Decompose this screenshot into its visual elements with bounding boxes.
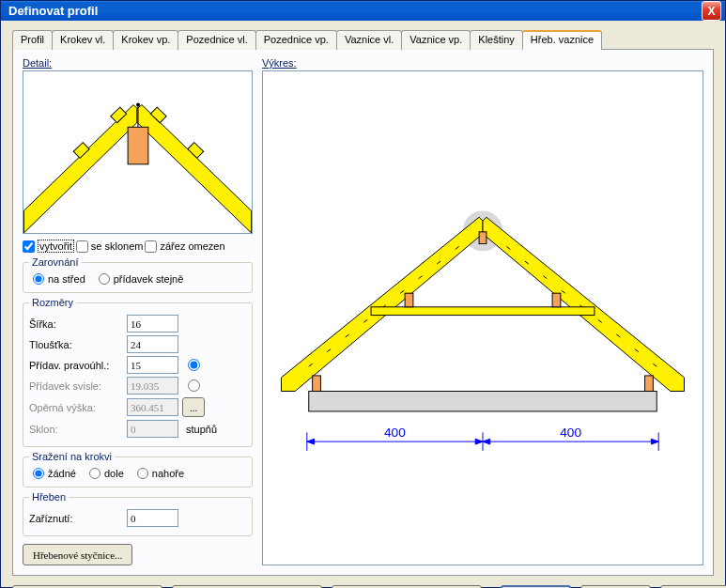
client-area: Profil Krokev vl. Krokev vp. Pozednice v… (1, 21, 725, 588)
tab-page: Detail: (12, 49, 714, 576)
svg-marker-1 (23, 105, 137, 233)
dialog-window: Definovat profil X Profil Krokev vl. Kro… (0, 0, 726, 588)
dim-right-text: 400 (560, 426, 581, 440)
group-chamfer: Sražení na krokvi žádné dole nahoře (23, 451, 253, 487)
titlebar: Definovat profil X (1, 1, 725, 21)
dim-left-text: 400 (384, 426, 406, 440)
svg-marker-45 (651, 439, 658, 444)
support-height-input (127, 398, 178, 416)
radio-align-center-input[interactable] (33, 273, 44, 285)
check-create[interactable]: vytvořit (23, 240, 74, 253)
svg-rect-34 (405, 293, 413, 307)
drawing-svg: 400 400 (263, 71, 703, 565)
radio-chamfer-none-label: žádné (48, 468, 76, 479)
svg-marker-12 (282, 217, 484, 391)
radio-chamfer-top[interactable]: nahoře (137, 468, 184, 479)
group-dimensions: Rozměry Šířka: Tloušťka: Přídav. pravoúh… (23, 297, 253, 447)
thickness-label: Tloušťka: (29, 339, 123, 350)
radio-chamfer-bottom[interactable]: dole (89, 468, 124, 479)
svg-rect-10 (309, 392, 657, 411)
radio-chamfer-top-input[interactable] (137, 468, 148, 479)
add-vert-label: Přídavek svisle: (29, 380, 123, 392)
add-perp-label: Přídav. pravoúhl.: (29, 360, 123, 371)
group-alignment: Zarovnání na střed přídavek stejně (23, 256, 253, 293)
svg-marker-42 (307, 439, 315, 444)
window-title: Definovat profil (8, 4, 98, 18)
ridge-cut-input[interactable] (127, 509, 178, 527)
check-notchlimit-box[interactable] (145, 240, 157, 253)
group-alignment-legend: Zarovnání (29, 256, 82, 268)
slope-unit: stupňů (186, 424, 217, 435)
tab-vaznice-vp[interactable]: Vaznice vp. (401, 30, 471, 50)
detail-drawing (23, 71, 252, 233)
check-withslope-box[interactable] (76, 240, 88, 253)
svg-marker-2 (137, 105, 252, 233)
radio-chamfer-bottom-input[interactable] (89, 468, 100, 479)
right-column: Výkres: (262, 57, 703, 565)
width-input[interactable] (127, 315, 178, 333)
radio-align-even[interactable]: přídavek stejně (99, 273, 184, 285)
svg-rect-7 (128, 127, 148, 164)
radio-align-even-label: přídavek stejně (114, 273, 184, 285)
svg-rect-37 (645, 376, 654, 392)
check-create-box[interactable] (23, 240, 35, 253)
svg-rect-35 (552, 293, 561, 307)
radio-chamfer-none-input[interactable] (33, 468, 44, 479)
tab-pozednice-vp[interactable]: Pozednice vp. (255, 30, 337, 50)
left-column: Detail: (23, 57, 253, 565)
drawing-canvas: 400 400 (262, 70, 703, 565)
ridge-joints-button[interactable]: Hřebenové styčnice... (23, 544, 132, 565)
svg-rect-32 (371, 307, 595, 316)
radio-align-center-label: na střed (48, 273, 85, 285)
tab-vaznice-vl[interactable]: Vaznice vl. (336, 30, 402, 50)
slope-input (127, 420, 178, 438)
add-perp-input[interactable] (127, 356, 178, 374)
detail-label: Detail: (23, 57, 253, 69)
check-create-label: vytvořit (38, 240, 74, 253)
tab-pozednice-vl[interactable]: Pozednice vl. (178, 30, 255, 50)
close-button[interactable]: X (702, 1, 721, 21)
group-ridge-legend: Hřeben (29, 491, 69, 503)
add-vert-input (127, 377, 178, 395)
tab-krokev-vp[interactable]: Krokev vp. (113, 30, 178, 50)
check-notchlimit-label: zářez omezen (160, 240, 224, 252)
svg-rect-33 (479, 232, 487, 244)
tab-hreb-vaznice[interactable]: Hřeb. vaznice (522, 30, 602, 50)
radio-chamfer-none[interactable]: žádné (33, 468, 76, 479)
check-withslope-label: se sklonem (91, 240, 144, 252)
radio-align-center[interactable]: na střed (33, 273, 85, 285)
radio-chamfer-bottom-label: dole (104, 468, 124, 479)
group-ridge: Hřeben Zaříznutí: (23, 491, 253, 536)
tab-krokev-vl[interactable]: Krokev vl. (52, 30, 114, 50)
check-row: vytvořit se sklonem zářez omezen (23, 240, 253, 253)
drawing-label: Výkres: (262, 57, 703, 69)
detail-canvas (23, 70, 253, 234)
add-perp-radio[interactable] (188, 359, 200, 371)
tab-klestiny[interactable]: Kleštiny (470, 30, 523, 50)
svg-marker-44 (483, 439, 490, 444)
group-dimensions-legend: Rozměry (29, 297, 76, 308)
group-chamfer-legend: Sražení na krokvi (29, 451, 115, 462)
ridge-cut-label: Zaříznutí: (29, 513, 123, 524)
support-height-label: Opěrná výška: (29, 402, 123, 413)
svg-marker-13 (483, 217, 685, 391)
radio-chamfer-top-label: nahoře (152, 468, 184, 479)
radio-align-even-input[interactable] (99, 273, 110, 285)
check-notchlimit[interactable]: zářez omezen (145, 240, 224, 253)
check-withslope[interactable]: se sklonem (76, 240, 144, 253)
add-vert-radio[interactable] (188, 379, 200, 392)
svg-rect-36 (313, 376, 321, 392)
close-icon: X (707, 5, 715, 18)
thickness-input[interactable] (127, 335, 178, 353)
slope-label: Sklon: (29, 424, 123, 435)
tab-strip: Profil Krokev vl. Krokev vp. Pozednice v… (12, 30, 714, 50)
svg-point-9 (136, 103, 140, 107)
tab-profil[interactable]: Profil (12, 30, 53, 50)
width-label: Šířka: (29, 318, 123, 330)
support-height-more-button[interactable]: ... (182, 397, 205, 417)
